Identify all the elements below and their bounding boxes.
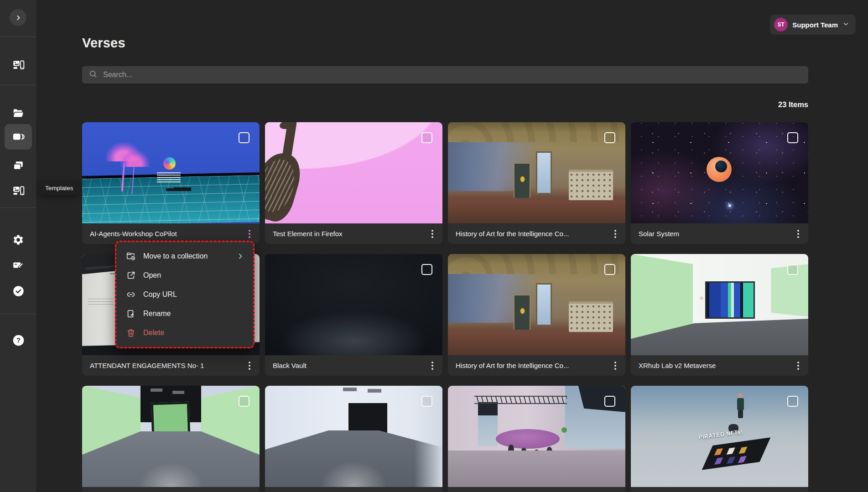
menu-item-open[interactable]: Open — [116, 266, 253, 285]
verse-thumbnail[interactable] — [631, 254, 808, 355]
verse-title: XRhub Lab v2 Metaverse — [639, 362, 789, 369]
card-title-bar: XRhub Lab v2 Metaverse — [631, 355, 808, 376]
verse-thumbnail[interactable] — [82, 386, 260, 487]
select-checkbox[interactable] — [421, 132, 432, 143]
verse-card[interactable]: XRhub Lab v2 Metaverse — [631, 254, 808, 376]
select-checkbox[interactable] — [787, 396, 798, 407]
verse-card[interactable]: PIRATED NFTs! — [631, 386, 808, 492]
kebab-menu-button[interactable] — [610, 358, 621, 373]
kebab-menu-button[interactable] — [793, 358, 804, 373]
sidebar-item-subscription[interactable] — [0, 256, 36, 274]
menu-item-copy-url[interactable]: Copy URL — [116, 285, 253, 304]
verse-card[interactable]: History of Art for the Intelligence Co..… — [448, 122, 625, 244]
search-input[interactable] — [102, 70, 808, 79]
verse-thumbnail[interactable] — [448, 122, 625, 223]
card-title-bar: History of Art for the Intelligence Co..… — [448, 355, 625, 376]
verse-thumbnail[interactable]: PIRATED NFTs! — [631, 386, 808, 487]
select-checkbox[interactable] — [421, 396, 432, 407]
trash-icon — [126, 328, 136, 338]
search-icon — [88, 69, 102, 80]
kebab-menu-button[interactable] — [427, 226, 438, 242]
kebab-menu-button[interactable] — [427, 490, 438, 492]
thumbnail-layer — [120, 150, 150, 167]
kebab-menu-button[interactable] — [610, 226, 621, 242]
verse-thumbnail[interactable] — [265, 254, 442, 355]
verse-thumbnail[interactable] — [448, 386, 625, 487]
thumbnail-layer — [496, 429, 560, 448]
media-device-icon — [12, 185, 25, 197]
verse-thumbnail[interactable] — [265, 386, 442, 487]
search-bar[interactable] — [82, 66, 808, 83]
thumbnail-layer — [715, 161, 727, 172]
verse-title: History of Art for the Intelligence Co..… — [456, 362, 606, 369]
verse-title: ATTENDANT ENGAGEMENTS No- 1 — [90, 362, 240, 369]
select-checkbox[interactable] — [787, 132, 798, 143]
card-title-bar — [265, 487, 442, 492]
sidebar-item-files[interactable] — [0, 104, 36, 122]
sidebar-item-help[interactable]: ? — [0, 331, 36, 349]
card-title-bar — [82, 487, 260, 492]
kebab-menu-button[interactable] — [610, 490, 621, 492]
select-checkbox[interactable] — [239, 396, 249, 407]
kebab-menu-button[interactable] — [793, 490, 804, 492]
sidebar-item-verses[interactable] — [5, 124, 32, 150]
templates-tooltip: Templates — [39, 181, 80, 195]
thumbnail-layer — [702, 437, 771, 470]
verse-card[interactable] — [448, 386, 625, 492]
sidebar-expand-button[interactable] — [10, 9, 26, 26]
select-checkbox[interactable] — [787, 264, 798, 275]
select-checkbox[interactable] — [604, 132, 615, 143]
kebab-menu-button[interactable] — [244, 226, 255, 242]
kebab-menu-button[interactable] — [793, 226, 804, 242]
menu-item-delete[interactable]: Delete — [116, 323, 253, 342]
card-title-bar — [448, 487, 625, 492]
verse-card[interactable]: History of Art for the Intelligence Co..… — [448, 254, 625, 376]
sidebar-item-collections[interactable] — [0, 157, 36, 175]
verse-thumbnail[interactable] — [631, 122, 808, 223]
menu-item-rename[interactable]: Rename — [116, 304, 253, 323]
thumbnail-layer — [315, 456, 393, 487]
menu-item-label: Delete — [143, 329, 245, 337]
folder-open-icon — [12, 107, 25, 119]
thumbnail-layer — [88, 299, 113, 307]
sidebar-item-spaces[interactable] — [0, 56, 36, 74]
verse-card[interactable]: Test Element in Firefox — [265, 122, 442, 244]
thumbnail-layer — [448, 332, 625, 355]
copy-pages-icon — [12, 160, 24, 172]
verse-card[interactable]: AI-Agents-Workshop CoPilot — [82, 122, 260, 244]
card-title-bar: History of Art for the Intelligence Co..… — [448, 223, 625, 244]
card-title-bar — [631, 487, 808, 492]
verse-card[interactable] — [82, 386, 260, 492]
link-icon — [126, 290, 136, 300]
sidebar-item-settings[interactable] — [0, 231, 36, 249]
menu-item-move-to-a-collection[interactable]: Move to a collection — [116, 247, 253, 266]
context-menu: Move to a collectionOpenCopy URLRenameDe… — [115, 241, 255, 348]
user-menu-button[interactable]: ST Support Team — [770, 15, 856, 35]
verse-card[interactable] — [265, 386, 442, 492]
kebab-menu-button[interactable] — [427, 358, 438, 373]
select-checkbox[interactable] — [604, 396, 615, 407]
kebab-menu-button[interactable] — [244, 490, 255, 492]
verse-thumbnail[interactable] — [448, 254, 625, 355]
select-checkbox[interactable] — [604, 264, 615, 275]
thumbnail-layer — [514, 163, 530, 198]
select-checkbox[interactable] — [421, 264, 432, 275]
sidebar-item-templates[interactable] — [0, 181, 36, 200]
thumbnail-layer — [151, 401, 190, 436]
svg-text:?: ? — [16, 337, 21, 344]
sidebar-item-status[interactable] — [0, 282, 36, 300]
verse-card[interactable]: Black Vault — [265, 254, 442, 376]
gear-icon — [12, 234, 24, 246]
thumbnail-layer — [737, 398, 744, 410]
card-title-bar: ATTENDANT ENGAGEMENTS No- 1 — [82, 355, 260, 376]
select-checkbox[interactable] — [239, 132, 249, 143]
verse-thumbnail[interactable] — [265, 122, 442, 223]
verse-thumbnail[interactable] — [82, 122, 260, 223]
verse-card[interactable]: Solar System — [631, 122, 808, 244]
app: { "page": { "title": "Verses", "items_co… — [0, 0, 868, 492]
card-title-bar: Black Vault — [265, 355, 442, 376]
check-circle-icon — [12, 285, 25, 297]
kebab-menu-button[interactable] — [244, 358, 255, 373]
verse-title: Black Vault — [273, 362, 423, 369]
thumbnail-layer — [448, 200, 625, 223]
